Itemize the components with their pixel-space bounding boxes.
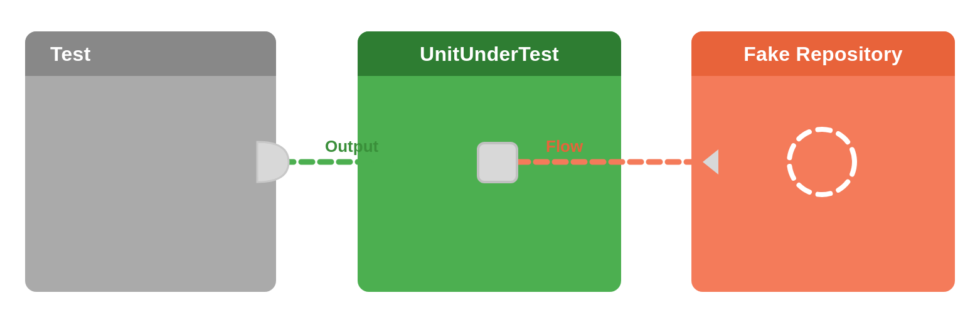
fake-box: Fake Repository [691, 31, 955, 292]
test-box-body [25, 76, 276, 292]
output-label: Output [325, 137, 378, 156]
unit-box-header: UnitUnderTest [358, 31, 621, 76]
unit-box-body [358, 76, 621, 292]
test-box: Test [25, 31, 276, 292]
flow-label: Flow [546, 137, 583, 156]
unit-box-title: UnitUnderTest [420, 43, 559, 66]
fake-box-title: Fake Repository [743, 43, 902, 66]
fake-box-header: Fake Repository [691, 31, 955, 76]
diagram: Test UnitUnderTest Fake Repository [0, 0, 980, 322]
test-box-header: Test [25, 31, 276, 76]
fake-box-body [691, 76, 955, 292]
test-box-title: Test [50, 43, 91, 66]
unit-box: UnitUnderTest [358, 31, 621, 292]
